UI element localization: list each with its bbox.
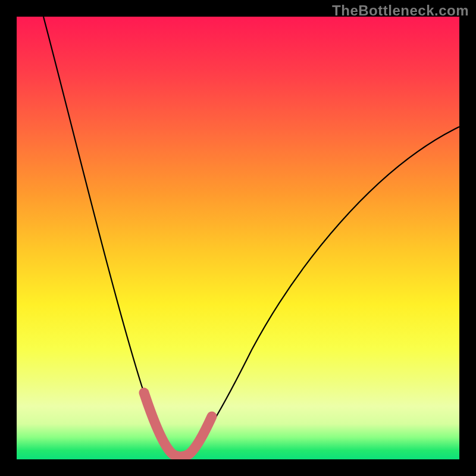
main-curve <box>43 17 459 457</box>
highlight-segment <box>144 393 212 457</box>
watermark-text: TheBottleneck.com <box>332 2 469 19</box>
curve-overlay <box>17 17 459 459</box>
chart-container: TheBottleneck.com <box>0 0 476 476</box>
